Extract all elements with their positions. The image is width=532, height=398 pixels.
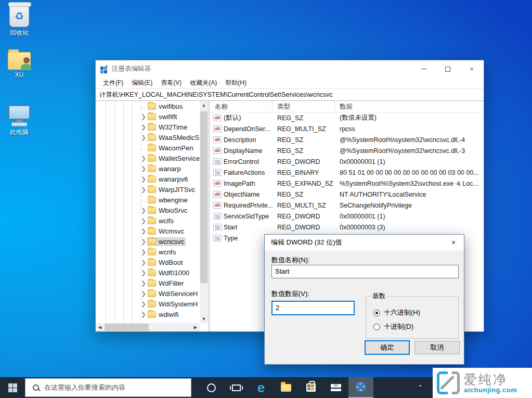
tree-item-wanarpv6[interactable]: ❯wanarpv6 <box>96 174 200 184</box>
file-explorer-button[interactable] <box>274 377 299 398</box>
address-bar[interactable]: 计算机\HKEY_LOCAL_MACHINE\SYSTEM\CurrentCon… <box>96 89 484 101</box>
value-row-Description[interactable]: abDescriptionREG_SZ@%SystemRoot%\system3… <box>210 134 484 145</box>
tray-expand-chevron-up-icon[interactable]: ⌃ <box>412 384 428 391</box>
value-row-DisplayName[interactable]: abDisplayNameREG_SZ@%SystemRoot%\system3… <box>210 145 484 156</box>
start-button[interactable] <box>0 377 25 398</box>
tree-item-WdiServiceH[interactable]: ❯WdiServiceH <box>96 288 200 299</box>
radio-selected-icon[interactable] <box>373 310 380 316</box>
scroll-up-icon[interactable]: ▲ <box>200 101 208 109</box>
tree-item-WdFilter[interactable]: ❯WdFilter <box>96 278 200 288</box>
edge-button[interactable]: e <box>249 377 274 398</box>
value-data-field[interactable]: 2 <box>271 301 355 315</box>
menu-edit[interactable]: 编辑(E) <box>128 78 156 88</box>
maximize-button[interactable] <box>436 60 460 78</box>
tree-node[interactable]: WdFilter <box>147 279 185 288</box>
radio-unselected-icon[interactable] <box>373 324 380 330</box>
tree-view[interactable]: vwifibus❯vwififlt❯W32Time❯WaaSMedicSWaco… <box>96 101 200 323</box>
value-row-ServiceSidType[interactable]: 011110ServiceSidTypeREG_DWORD0x00000001 … <box>210 211 484 222</box>
expand-chevron-icon[interactable]: ❯ <box>140 269 147 276</box>
task-view-button[interactable] <box>224 377 249 398</box>
tree-node[interactable]: WdiSystemH <box>147 300 199 309</box>
expand-chevron-icon[interactable]: ❯ <box>140 217 147 224</box>
tree-node[interactable]: WaaSMedicS <box>147 133 200 142</box>
hexadecimal-radio[interactable]: 十六进制(H) <box>373 308 420 317</box>
expand-chevron-icon[interactable]: ❯ <box>140 238 147 245</box>
tree-item-WaaSMedicS[interactable]: ❯WaaSMedicS <box>96 132 200 143</box>
value-name-field[interactable]: Start <box>271 265 459 278</box>
column-header-data[interactable]: 数据 <box>335 101 484 112</box>
tree-node[interactable]: wcnfs <box>147 248 177 256</box>
expand-chevron-icon[interactable]: ❯ <box>140 123 147 131</box>
tree-item-Wdf01000[interactable]: ❯Wdf01000 <box>96 267 200 278</box>
expand-chevron-icon[interactable]: ❯ <box>140 165 147 172</box>
tree-node[interactable]: Wcmsvc <box>147 227 186 236</box>
value-row-ErrorControl[interactable]: 011110ErrorControlREG_DWORD0x00000001 (1… <box>210 156 484 167</box>
desktop-icon-recycle-bin[interactable]: ♻ 回收站 <box>0 4 38 37</box>
cortana-button[interactable] <box>199 377 224 398</box>
tree-item-wcifs[interactable]: ❯wcifs <box>96 215 200 226</box>
tree-item-WdBoot[interactable]: ❯WdBoot <box>96 257 200 267</box>
tree-item-wbengine[interactable]: wbengine <box>96 195 200 205</box>
tree-item-Wcmsvc[interactable]: ❯Wcmsvc <box>96 226 200 236</box>
expand-chevron-icon[interactable]: ❯ <box>140 134 147 141</box>
value-row-Start[interactable]: 011110StartREG_DWORD0x00000003 (3) <box>210 222 484 233</box>
tree-item-WarpJITSvc[interactable]: ❯WarpJITSvc <box>96 184 200 195</box>
tree-item-WbioSrvc[interactable]: ❯WbioSrvc <box>96 205 200 215</box>
column-header-type[interactable]: 类型 <box>273 101 335 112</box>
value-row-ImagePath[interactable]: abImagePathREG_EXPAND_SZ%SystemRoot%\Sys… <box>210 178 484 189</box>
desktop-icon-this-pc[interactable]: 此电脑 <box>0 103 38 137</box>
tree-node[interactable]: W32Time <box>147 123 189 132</box>
taskbar-search-box[interactable]: 在这里输入你要搜索的内容 <box>25 378 191 397</box>
menu-view[interactable]: 查看(V) <box>157 78 185 88</box>
tree-horizontal-scrollbar[interactable]: ◀ ▶ <box>96 323 200 331</box>
tree-item-WacomPen[interactable]: WacomPen <box>96 143 200 153</box>
desktop-icon-user-folder[interactable]: XU <box>0 52 38 79</box>
expand-chevron-icon[interactable]: ❯ <box>140 259 147 266</box>
expand-chevron-icon[interactable]: ❯ <box>140 175 147 183</box>
value-row-()[interactable]: ab(默认)REG_SZ(数值未设置) <box>210 112 484 123</box>
menu-file[interactable]: 文件(F) <box>99 78 127 88</box>
value-row-FailureActions[interactable]: 011110FailureActionsREG_BINARY80 51 01 0… <box>210 167 484 178</box>
scroll-down-icon[interactable]: ▼ <box>200 315 208 323</box>
minimize-button[interactable] <box>412 60 436 78</box>
tree-item-WdiSystemH[interactable]: ❯WdiSystemH <box>96 299 200 309</box>
regedit-taskbar-button[interactable] <box>348 377 373 398</box>
tree-node[interactable]: WdBoot <box>147 258 184 267</box>
tree-node[interactable]: vwifibus <box>147 102 184 111</box>
tree-node[interactable]: wanarpv6 <box>147 175 189 184</box>
tree-node[interactable]: WalletService <box>147 154 200 163</box>
expand-chevron-icon[interactable]: ❯ <box>140 207 147 214</box>
expand-chevron-icon[interactable]: ❯ <box>140 311 147 318</box>
tree-item-W32Time[interactable]: ❯W32Time <box>96 122 200 132</box>
ok-button[interactable]: 确定 <box>365 340 410 355</box>
tree-item-WalletService[interactable]: ❯WalletService <box>96 153 200 163</box>
cancel-button[interactable]: 取消 <box>414 341 460 354</box>
tree-node[interactable]: WbioSrvc <box>147 206 189 215</box>
value-row-RequiredPrivile[interactable]: abRequiredPrivile...REG_MULTI_SZSeChange… <box>210 200 484 211</box>
tree-node[interactable]: wdiwifi <box>147 310 180 319</box>
tree-item-vwififlt[interactable]: ❯vwififlt <box>96 111 200 122</box>
dialog-title-bar[interactable]: 编辑 DWORD (32 位)值 × <box>265 235 464 250</box>
title-bar[interactable]: 注册表编辑器 × <box>96 60 484 78</box>
expand-chevron-icon[interactable]: ❯ <box>140 290 147 297</box>
expand-chevron-icon[interactable]: ❯ <box>140 155 147 162</box>
expand-chevron-icon[interactable]: ❯ <box>140 248 147 255</box>
scroll-left-icon[interactable]: ◀ <box>96 323 104 331</box>
close-button[interactable]: × <box>460 60 484 78</box>
tree-item-wcncsvc[interactable]: ❯wcncsvc <box>96 236 200 247</box>
tree-node[interactable]: wbengine <box>147 196 189 204</box>
value-row-ObjectName[interactable]: abObjectNameREG_SZNT AUTHORITY\LocalServ… <box>210 189 484 200</box>
expand-chevron-icon[interactable]: ❯ <box>140 186 147 193</box>
expand-chevron-icon[interactable]: ❯ <box>140 227 147 235</box>
expand-chevron-icon[interactable]: ❯ <box>140 279 147 287</box>
tree-node[interactable]: wcifs <box>147 216 175 225</box>
column-header-name[interactable]: 名称 <box>210 101 273 112</box>
tree-item-wcnfs[interactable]: ❯wcnfs <box>96 247 200 257</box>
store-button[interactable] <box>299 377 323 398</box>
tree-vertical-scrollbar[interactable]: ▲ ▼ <box>200 101 208 323</box>
tree-item-vwifibus[interactable]: vwifibus <box>96 101 200 111</box>
dialog-close-icon[interactable]: × <box>443 235 464 250</box>
mail-button[interactable] <box>323 377 348 398</box>
tree-node[interactable]: WdiServiceH <box>147 289 199 298</box>
tree-node[interactable]: WarpJITSvc <box>147 185 197 194</box>
